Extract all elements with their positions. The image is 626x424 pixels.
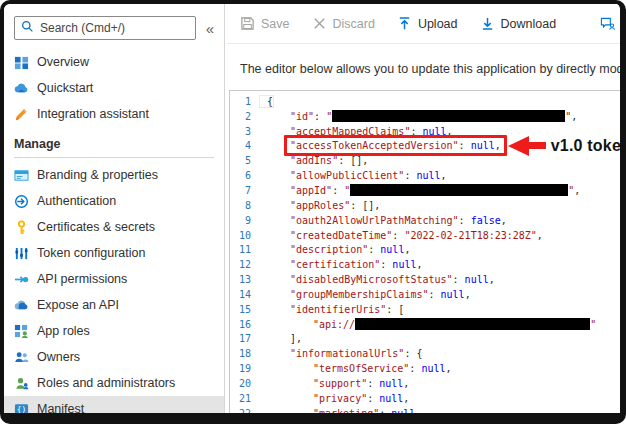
code-line-20[interactable]: 20"support": null,: [230, 376, 620, 391]
code-segment: "createdDateTime": [290, 230, 392, 241]
code-segment: "groupMembershipClaims": [290, 289, 428, 300]
app-window: Search (Cmd+/) « OverviewQuickstartInteg…: [0, 0, 626, 424]
toolbar-button-label: Upload: [418, 17, 458, 31]
code-text: "disabledByMicrosoftStatus": null,: [260, 274, 495, 285]
upload-button[interactable]: Upload: [397, 16, 458, 31]
got-feedback--button[interactable]: Got feedback?: [600, 16, 626, 31]
code-line-7[interactable]: 7"appId": "",: [230, 183, 620, 198]
toolbar-button-label: Discard: [333, 17, 375, 31]
code-text: "informationalUrls": {: [260, 348, 422, 359]
code-text: "groupMembershipClaims": null,: [260, 289, 471, 300]
sidebar-item-integration-assistant[interactable]: Integration assistant: [4, 101, 224, 127]
code-segment: :: [409, 363, 421, 374]
api-permissions-icon: [14, 272, 29, 287]
code-segment: "description": [290, 244, 368, 255]
code-line-15[interactable]: 15"identifierUris": [: [230, 302, 620, 317]
code-line-2[interactable]: 2"id": "",: [230, 109, 620, 124]
code-line-13[interactable]: 13"disabledByMicrosoftStatus": null,: [230, 272, 620, 287]
save-button[interactable]: Save: [240, 16, 290, 31]
line-number: 11: [230, 244, 260, 255]
code-segment: null: [421, 363, 445, 374]
code-segment: :: [368, 244, 380, 255]
code-line-18[interactable]: 18"informationalUrls": {: [230, 346, 620, 361]
code-line-16[interactable]: 16"api://": [230, 317, 620, 332]
sidebar-item-certificates-secrets[interactable]: Certificates & secrets: [4, 214, 224, 240]
sidebar-item-label: Manifest: [37, 402, 84, 413]
code-segment: ,: [445, 363, 451, 374]
certificates-key-icon: [14, 220, 29, 235]
toolbar-button-label: Download: [501, 17, 557, 31]
code-line-22[interactable]: 22"marketing": null: [230, 406, 620, 419]
code-text: "certification": null,: [260, 259, 422, 270]
sidebar-item-label: Quickstart: [37, 81, 93, 95]
code-text: "description": null,: [260, 244, 410, 255]
download-button[interactable]: Download: [480, 16, 557, 31]
code-line-17[interactable]: 17],: [230, 332, 620, 347]
line-number: 12: [230, 259, 260, 270]
code-line-1[interactable]: 1{: [230, 94, 620, 109]
sidebar-item-label: Expose an API: [37, 298, 119, 312]
code-line-11[interactable]: 11"description": null,: [230, 242, 620, 257]
discard-icon: [312, 16, 327, 31]
code-line-19[interactable]: 19"termsOfService": null,: [230, 361, 620, 376]
code-line-14[interactable]: 14"groupMembershipClaims": null,: [230, 287, 620, 302]
sidebar-item-roles-and-administrators[interactable]: Roles and administrators: [4, 370, 224, 396]
line-number: 8: [230, 200, 260, 211]
code-text: "allowPublicClient": null,: [260, 170, 447, 181]
sidebar-search-row: Search (Cmd+/) «: [4, 16, 224, 40]
code-line-4[interactable]: 4"accessTokenAcceptedVersion": null,v1.0…: [230, 139, 620, 154]
code-segment: :: [453, 274, 465, 285]
sidebar-item-label: App roles: [37, 324, 90, 338]
line-number: 22: [230, 408, 260, 419]
code-text: "createdDateTime": "2022-02-21T18:23:28Z…: [260, 230, 543, 241]
sidebar-item-manifest[interactable]: {)Manifest: [4, 396, 224, 413]
sidebar-item-label: Integration assistant: [37, 107, 149, 121]
code-line-8[interactable]: 8"appRoles": [],: [230, 198, 620, 213]
line-number: 14: [230, 289, 260, 300]
sidebar-item-token-configuration[interactable]: Token configuration: [4, 240, 224, 266]
code-segment: :: [379, 408, 391, 419]
branding-window-icon: [14, 168, 29, 183]
sidebar-item-label: Token configuration: [37, 246, 145, 260]
toolbar: SaveDiscardUploadDownloadGot feedback?: [226, 4, 620, 44]
code-line-9[interactable]: 9"oauth2AllowUrlPathMatching": false,: [230, 213, 620, 228]
code-text: "marketing": null: [260, 408, 415, 419]
code-segment: "support": [313, 378, 367, 389]
collapse-sidebar-icon[interactable]: «: [204, 21, 216, 36]
editor-description: The editor below allows you to update th…: [240, 62, 620, 76]
discard-button[interactable]: Discard: [312, 16, 375, 31]
save-icon: [240, 16, 255, 31]
code-segment: "privacy": [313, 393, 367, 404]
sidebar-nav-manage: Branding & propertiesAuthenticationCerti…: [4, 162, 224, 413]
code-segment: ,: [495, 140, 501, 151]
code-segment: null: [441, 289, 465, 300]
code-text: {: [260, 96, 273, 107]
line-number: 3: [230, 126, 260, 137]
sidebar-item-owners[interactable]: Owners: [4, 344, 224, 370]
code-segment: "certification": [290, 259, 380, 270]
code-segment: ,: [403, 378, 409, 389]
json-manifest-editor[interactable]: 1{2"id": "",3"acceptMappedClaims": null,…: [229, 90, 621, 419]
code-line-6[interactable]: 6"allowPublicClient": null,: [230, 168, 620, 183]
svg-text:{): {): [17, 405, 27, 413]
sidebar-item-authentication[interactable]: Authentication: [4, 188, 224, 214]
code-line-5[interactable]: 5"addIns": [],: [230, 153, 620, 168]
line-number: 10: [230, 230, 260, 241]
integration-rocket-icon: [14, 107, 29, 122]
sidebar-item-app-roles[interactable]: App roles: [4, 318, 224, 344]
owners-icon: [14, 350, 29, 365]
sidebar-item-quickstart[interactable]: Quickstart: [4, 75, 224, 101]
sidebar-item-branding-properties[interactable]: Branding & properties: [4, 162, 224, 188]
search-input[interactable]: Search (Cmd+/): [14, 16, 196, 40]
sidebar-item-label: Roles and administrators: [37, 376, 175, 390]
sidebar-item-overview[interactable]: Overview: [4, 49, 224, 75]
code-line-12[interactable]: 12"certification": null,: [230, 257, 620, 272]
sidebar-item-api-permissions[interactable]: API permissions: [4, 266, 224, 292]
sidebar-item-expose-an-api[interactable]: Expose an API: [4, 292, 224, 318]
code-line-21[interactable]: 21"privacy": null,: [230, 391, 620, 406]
line-number: 1: [230, 96, 260, 107]
line-number: 5: [230, 155, 260, 166]
code-line-10[interactable]: 10"createdDateTime": "2022-02-21T18:23:2…: [230, 228, 620, 243]
feedback-icon: [600, 16, 615, 31]
code-segment: : [],: [350, 200, 380, 211]
